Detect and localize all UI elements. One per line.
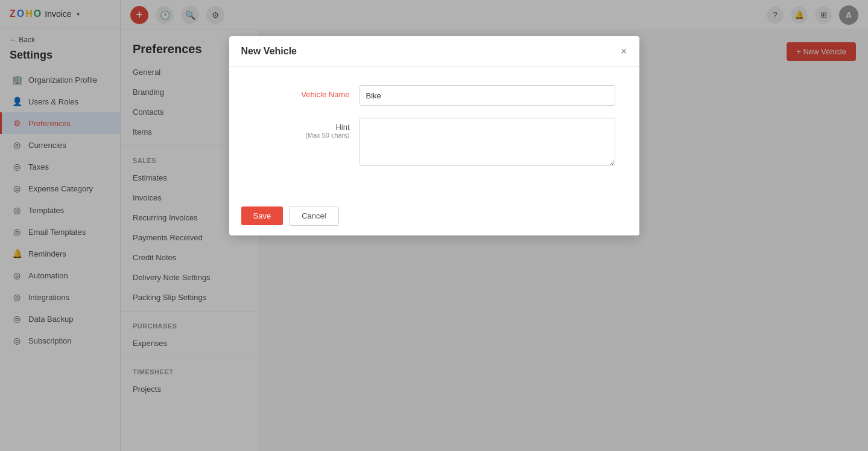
modal-header: New Vehicle × (229, 36, 639, 67)
modal-body: Vehicle Name Hint (Max 50 chars) (229, 67, 639, 196)
vehicle-name-label: Vehicle Name (253, 85, 350, 99)
vehicle-name-row: Vehicle Name (253, 85, 615, 106)
modal-footer: Save Cancel (229, 196, 639, 235)
hint-label: Hint (Max 50 chars) (253, 118, 350, 139)
cancel-button[interactable]: Cancel (289, 206, 338, 226)
hint-sublabel: (Max 50 chars) (253, 132, 350, 139)
modal-overlay: New Vehicle × Vehicle Name Hint (Max 50 … (0, 0, 868, 451)
hint-textarea[interactable] (360, 118, 615, 166)
vehicle-name-input[interactable] (360, 85, 615, 106)
modal-close-button[interactable]: × (621, 46, 627, 57)
save-button[interactable]: Save (241, 206, 284, 225)
hint-row: Hint (Max 50 chars) (253, 118, 615, 166)
new-vehicle-modal: New Vehicle × Vehicle Name Hint (Max 50 … (229, 36, 639, 235)
modal-title: New Vehicle (241, 46, 297, 57)
